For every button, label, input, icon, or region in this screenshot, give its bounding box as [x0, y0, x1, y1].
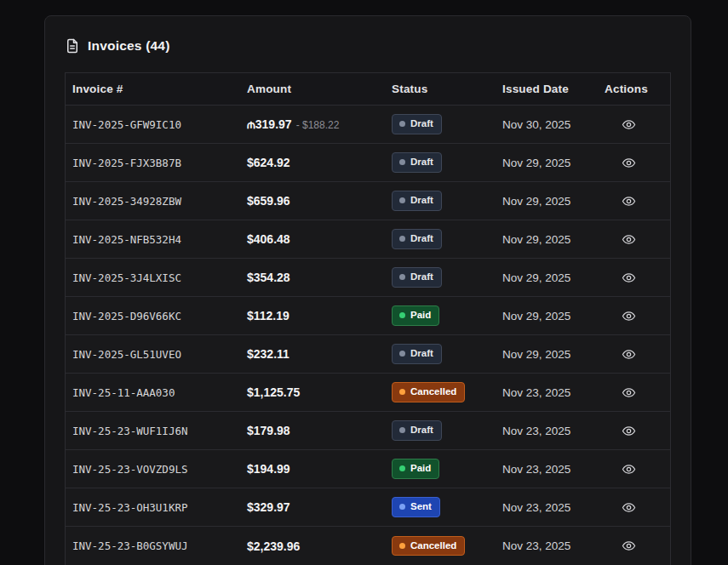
status-label: Paid [410, 462, 431, 475]
amount-primary: $232.11 [247, 347, 289, 361]
amount-cell: $232.11 [240, 346, 385, 362]
status-cell: Cancelled [385, 382, 496, 402]
status-cell: Draft [385, 152, 496, 173]
status-label: Draft [410, 271, 433, 283]
view-invoice-button[interactable] [618, 459, 639, 480]
actions-cell [598, 152, 670, 174]
status-label: Cancelled [410, 385, 456, 398]
amount-primary: $659.96 [247, 194, 290, 208]
issued-date: Nov 23, 2025 [496, 539, 598, 552]
invoice-number: INV-2025-34928ZBW [66, 195, 240, 208]
invoice-number: INV-25-23-WUF1IJ6N [66, 425, 240, 437]
view-invoice-button[interactable] [618, 267, 639, 288]
issued-date: Nov 29, 2025 [496, 310, 598, 322]
column-header-actions: Actions [598, 83, 670, 95]
status-cell: Draft [385, 344, 496, 364]
status-label: Draft [410, 232, 433, 245]
table-header-row: Invoice # Amount Status Issued Date Acti… [66, 73, 670, 106]
status-badge: Draft [392, 191, 442, 211]
view-invoice-button[interactable] [618, 114, 639, 135]
issued-date: Nov 29, 2025 [496, 348, 598, 361]
invoice-number: INV-2025-D96V66KC [66, 310, 240, 322]
actions-cell [598, 344, 670, 365]
table-row: INV-2025-GL51UVEO $232.11 Draft Nov 29, … [66, 335, 670, 374]
view-invoice-button[interactable] [618, 152, 639, 174]
view-invoice-button[interactable] [618, 191, 639, 212]
status-badge: Paid [392, 459, 439, 479]
actions-cell [598, 459, 670, 480]
amount-cell: $659.96 [240, 193, 385, 208]
view-invoice-button[interactable] [618, 305, 639, 327]
table-row: INV-2025-FJX3B87B $624.92 Draft Nov 29, … [66, 144, 670, 182]
status-badge: Cancelled [392, 382, 465, 402]
status-dot-icon [399, 543, 405, 549]
status-badge: Draft [392, 229, 442, 249]
status-dot-icon [399, 427, 405, 433]
amount-cell: $2,239.96 [240, 539, 385, 554]
status-label: Sent [410, 500, 432, 513]
amount-primary: ₼319.97 [247, 117, 292, 131]
status-badge: Paid [392, 305, 439, 326]
view-invoice-button[interactable] [618, 535, 639, 556]
issued-date: Nov 23, 2025 [496, 425, 598, 437]
status-label: Draft [410, 156, 433, 168]
actions-cell [598, 420, 670, 442]
invoice-number: INV-25-23-OH3U1KRP [66, 501, 240, 514]
invoice-number: INV-2025-FJX3B87B [66, 157, 240, 169]
eye-icon [622, 271, 636, 285]
amount-primary: $354.28 [247, 271, 290, 284]
amount-cell: ₼319.97- $188.22 [240, 117, 385, 132]
amount-cell: $112.19 [240, 308, 385, 323]
status-dot-icon [399, 504, 405, 510]
table-row: INV-25-23-B0GSYWUJ $2,239.96 Cancelled N… [66, 527, 670, 565]
view-invoice-button[interactable] [618, 344, 639, 365]
actions-cell [598, 267, 670, 288]
amount-primary: $406.48 [247, 232, 290, 246]
view-invoice-button[interactable] [618, 497, 639, 518]
actions-cell [598, 229, 670, 250]
amount-cell: $354.28 [240, 270, 385, 285]
status-dot-icon [399, 312, 405, 318]
amount-primary: $194.99 [247, 462, 290, 476]
table-row: INV-25-23-WUF1IJ6N $179.98 Draft Nov 23,… [66, 412, 670, 450]
eye-icon [622, 539, 636, 553]
status-badge: Cancelled [392, 536, 465, 556]
eye-icon [622, 117, 636, 132]
invoice-number: INV-2025-NFB532H4 [66, 233, 240, 246]
status-cell: Draft [385, 229, 496, 249]
amount-primary: $624.92 [247, 156, 290, 169]
invoices-card: Invoices (44) Invoice # Amount Status Is… [44, 15, 691, 565]
amount-primary: $179.98 [247, 424, 290, 437]
status-badge: Draft [392, 267, 442, 288]
status-cell: Paid [385, 305, 496, 326]
view-invoice-button[interactable] [618, 229, 639, 250]
table-row: INV-25-23-OH3U1KRP $329.97 Sent Nov 23, … [66, 488, 670, 527]
status-badge: Draft [392, 344, 442, 364]
issued-date: Nov 23, 2025 [496, 463, 598, 476]
eye-icon [622, 385, 636, 400]
table-row: INV-25-11-AAA030 $1,125.75 Cancelled Nov… [66, 374, 670, 412]
invoice-number: INV-25-23-B0GSYWUJ [66, 539, 240, 552]
amount-primary: $112.19 [247, 309, 289, 322]
amount-primary: $2,239.96 [247, 539, 300, 553]
eye-icon [622, 347, 636, 362]
column-header-invoice: Invoice # [66, 83, 240, 95]
status-dot-icon [399, 121, 405, 127]
actions-cell [598, 114, 670, 135]
status-dot-icon [399, 389, 405, 395]
status-cell: Draft [385, 267, 496, 288]
table-row: INV-2025-34928ZBW $659.96 Draft Nov 29, … [66, 182, 670, 220]
actions-cell [598, 497, 670, 518]
file-text-icon [65, 38, 80, 54]
view-invoice-button[interactable] [618, 420, 639, 442]
invoice-number: INV-25-23-VOVZD9LS [66, 463, 240, 476]
issued-date: Nov 29, 2025 [496, 157, 598, 169]
eye-icon [622, 194, 636, 208]
view-invoice-button[interactable] [618, 382, 639, 403]
issued-date: Nov 23, 2025 [496, 386, 598, 399]
status-label: Draft [410, 194, 433, 207]
status-label: Draft [410, 117, 433, 130]
invoice-number: INV-25-11-AAA030 [66, 386, 240, 399]
amount-cell: $406.48 [240, 231, 385, 247]
amount-cell: $1,125.75 [240, 385, 385, 400]
